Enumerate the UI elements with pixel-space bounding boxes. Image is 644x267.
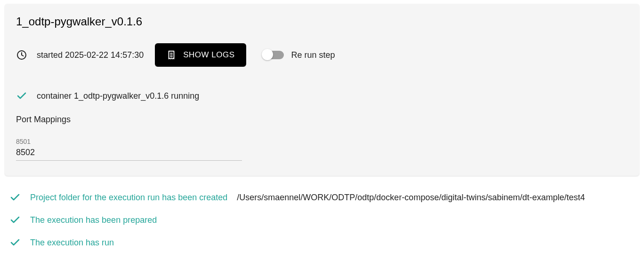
- port-input-label: 8501: [16, 138, 242, 145]
- container-status-text: container 1_odtp-pygwalker_v0.1.6 runnin…: [37, 91, 199, 101]
- card-title: 1_odtp-pygwalker_v0.1.6: [16, 15, 628, 28]
- check-icon: [9, 237, 21, 248]
- receipt-icon: [166, 50, 177, 60]
- started-timestamp: started 2025-02-22 14:57:30: [37, 50, 144, 60]
- check-icon: [9, 192, 21, 203]
- port-input-block: 8501: [16, 138, 242, 161]
- show-logs-button[interactable]: SHOW LOGS: [155, 43, 246, 67]
- status-path: /Users/smaennel/WORK/ODTP/odtp/docker-co…: [237, 193, 585, 203]
- rerun-toggle-wrap: Re run step: [263, 50, 335, 60]
- rerun-label: Re run step: [291, 50, 335, 60]
- container-status-row: container 1_odtp-pygwalker_v0.1.6 runnin…: [16, 90, 628, 102]
- clock-icon: [16, 49, 27, 61]
- status-row-folder-created: Project folder for the execution run has…: [9, 192, 635, 203]
- status-message: The execution has been prepared: [30, 215, 157, 225]
- port-mappings-heading: Port Mappings: [16, 115, 628, 125]
- status-message: The execution has run: [30, 238, 114, 248]
- execution-status-list: Project folder for the execution run has…: [0, 183, 644, 248]
- toggle-thumb: [262, 49, 273, 60]
- status-message: Project folder for the execution run has…: [30, 193, 227, 203]
- action-row: started 2025-02-22 14:57:30 SHOW LOGS Re…: [16, 43, 628, 67]
- status-row-prepared: The execution has been prepared: [9, 214, 635, 226]
- show-logs-label: SHOW LOGS: [183, 50, 234, 60]
- port-input[interactable]: [16, 146, 242, 161]
- step-card: 1_odtp-pygwalker_v0.1.6 started 2025-02-…: [5, 4, 639, 176]
- rerun-toggle[interactable]: [263, 51, 284, 59]
- status-row-run: The execution has run: [9, 237, 635, 248]
- check-icon: [16, 90, 27, 102]
- check-icon: [9, 214, 21, 226]
